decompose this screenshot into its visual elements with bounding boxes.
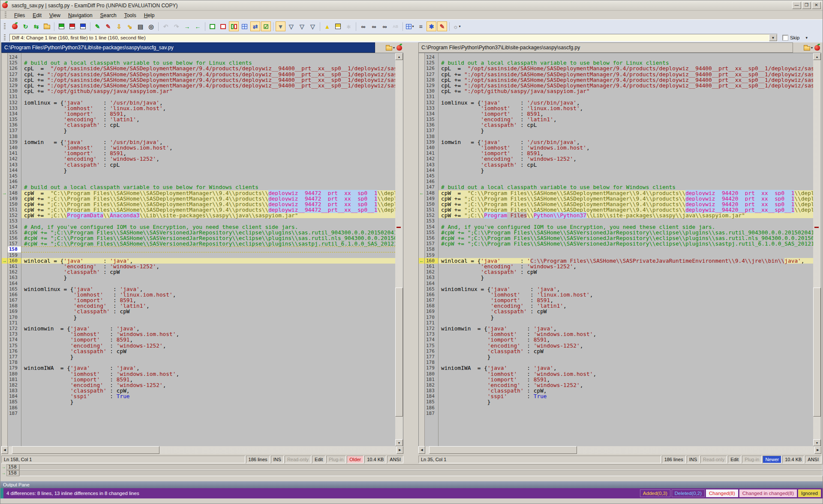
vertical-scroll-track[interactable] (395, 60, 403, 439)
vertical-scroll-track[interactable] (813, 60, 821, 439)
code-line[interactable]: } (439, 354, 813, 360)
code-line[interactable]: #cpW += ";C:\\Program Files\\SASHome\\SA… (21, 241, 395, 246)
send-report-icon[interactable]: ⇘ (125, 21, 135, 31)
vertical-scrollbar[interactable]: ▲▼ (395, 53, 403, 446)
filter-all-icon[interactable]: ▼ (276, 21, 285, 31)
code-line[interactable]: } (21, 128, 395, 133)
menu-item-edit[interactable]: Edit (29, 12, 45, 19)
horizontal-scrollbar[interactable]: ◀▶ (1, 446, 403, 454)
redo-icon[interactable]: ↷ (171, 21, 181, 31)
menu-item-tools[interactable]: Tools (120, 12, 140, 19)
code-line[interactable]: 'classpath' : cpL (439, 162, 813, 168)
toolbar-grip[interactable] (4, 23, 6, 30)
plugins-icon[interactable]: ✱ (427, 21, 436, 31)
save-both-icon[interactable] (78, 21, 88, 31)
menu-item-help[interactable]: Help (140, 12, 159, 19)
code-line[interactable]: 'classpath' : cpL (439, 122, 813, 128)
diffbar-grip[interactable] (4, 34, 6, 41)
menu-item-navigation[interactable]: Navigation (64, 12, 96, 19)
compare-file-icon[interactable] (814, 45, 820, 51)
maximize-button[interactable]: ❐ (802, 2, 811, 9)
code-line[interactable]: 'classpath' : cpW (21, 309, 395, 314)
filter-changed-icon[interactable]: ▽ (308, 21, 318, 31)
edit-first-icon[interactable]: ✎ (93, 21, 102, 31)
code-line[interactable] (439, 173, 813, 179)
print-icon[interactable]: ▤ (135, 21, 145, 31)
horizontal-scroll-thumb[interactable] (12, 446, 159, 454)
code-line[interactable]: } (439, 399, 813, 405)
print-preview-icon[interactable]: ◎ (146, 21, 156, 31)
diff-combo-dropdown-button[interactable]: ▼ (769, 34, 777, 41)
horizontal-scroll-track[interactable] (8, 446, 396, 454)
code-line[interactable]: } (21, 354, 395, 360)
scroll-left-button[interactable]: ◀ (1, 446, 8, 454)
scroll-left-button[interactable]: ◀ (418, 446, 425, 454)
filter-deleted-icon[interactable]: ▽ (297, 21, 307, 31)
code-line[interactable]: #cpW += ";C:\\Program Files\\SASHome\\SA… (439, 241, 813, 246)
vertical-scroll-thumb[interactable] (395, 288, 403, 417)
open-file-caret[interactable]: ▾ (811, 46, 813, 50)
code-line[interactable]: 'classpath' : cpW (21, 269, 395, 275)
edit-second-icon[interactable]: ✎ (103, 21, 113, 31)
reports-icon[interactable]: ▾ (405, 21, 415, 31)
match-case-icon[interactable]: AB (390, 21, 400, 31)
code-line[interactable]: cpL += ":/opt/github/saspy/java/saspyiom… (21, 88, 395, 94)
warning-icon[interactable]: ▲ (322, 21, 332, 31)
open-file-icon[interactable] (804, 46, 810, 51)
find-next-icon[interactable]: ∞ (369, 21, 379, 31)
code-line[interactable]: } (21, 168, 395, 173)
scroll-right-button[interactable]: ▶ (396, 446, 403, 454)
scroll-down-button[interactable]: ▼ (813, 439, 821, 446)
diffbar-overflow-chevron[interactable]: ▾ (805, 36, 808, 40)
code-line[interactable]: } (21, 315, 395, 320)
menu-item-view[interactable]: View (45, 12, 64, 19)
save-first-icon[interactable] (57, 21, 66, 31)
next-difference-icon[interactable]: → (182, 21, 192, 31)
save-second-icon[interactable] (67, 21, 77, 31)
vertical-scroll-thumb[interactable] (813, 288, 821, 417)
open-files-icon[interactable] (42, 21, 52, 31)
compare-icon[interactable] (10, 21, 20, 31)
code-line[interactable]: 'sspi' : True (439, 393, 813, 399)
statistics-icon[interactable]: ∗ (344, 21, 354, 31)
code-line[interactable]: } (439, 168, 813, 173)
code-line[interactable]: 'classpath' : cpW (439, 269, 813, 275)
save-report-icon[interactable]: ⇩ (114, 21, 124, 31)
code-line[interactable] (21, 173, 395, 179)
code-line[interactable]: 'classpath' : cpW (439, 348, 813, 354)
show-second-pane-icon[interactable] (218, 21, 228, 31)
code-line[interactable]: cpW += ";C:\\Program Files\\Python\\Pyth… (439, 213, 813, 218)
show-first-pane-icon[interactable] (207, 21, 217, 31)
code-line[interactable]: 'classpath' : cpL (21, 162, 395, 168)
code-line[interactable]: } (439, 315, 813, 320)
find-prev-icon[interactable]: ∞ (380, 21, 390, 31)
synchronize-panes-icon[interactable]: ⇄ (250, 21, 260, 31)
compare-file-icon[interactable] (396, 45, 402, 51)
output-pane-header[interactable]: Output Pane (0, 481, 823, 488)
close-button[interactable]: ✕ (812, 2, 821, 9)
open-file-icon[interactable] (386, 46, 392, 51)
line-options-icon[interactable]: ≡ (416, 21, 426, 31)
code-line[interactable] (439, 411, 813, 416)
previous-difference-icon[interactable]: ← (193, 21, 203, 31)
undo-icon[interactable]: ↶ (161, 21, 171, 31)
current-diff-combo[interactable]: Diff 4: Change 1 line (160, first file) … (9, 34, 778, 42)
menu-item-search[interactable]: Search (96, 12, 120, 19)
settings-icon[interactable]: ☼▾ (452, 21, 462, 31)
scroll-right-button[interactable]: ▶ (814, 446, 821, 454)
scroll-up-button[interactable]: ▲ (813, 53, 821, 60)
code-line[interactable]: } (439, 275, 813, 280)
horizontal-scrollbar[interactable]: ◀▶ (418, 446, 821, 454)
code-line[interactable] (21, 405, 395, 411)
code-line[interactable] (21, 411, 395, 416)
find-icon[interactable]: ∞ (358, 21, 368, 31)
minimize-button[interactable]: — (792, 2, 801, 9)
code-line[interactable] (21, 246, 395, 252)
code-line[interactable]: 'classpath' : cpW (439, 309, 813, 314)
horizontal-scroll-track[interactable] (425, 446, 814, 454)
code-line[interactable]: 'classpath' : cpL (21, 122, 395, 128)
vertical-scrollbar[interactable]: ▲▼ (813, 53, 821, 446)
code-line[interactable]: 'classpath' : cpW (21, 348, 395, 354)
code-line[interactable] (439, 405, 813, 411)
edit-mode-icon[interactable]: ✎ (437, 21, 447, 31)
